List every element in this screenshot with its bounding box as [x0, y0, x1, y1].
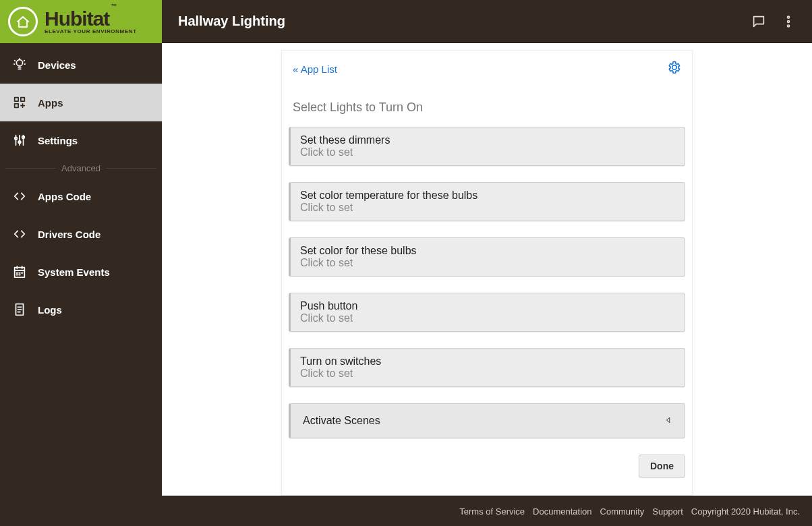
sidebar-item-devices[interactable]: Devices — [0, 46, 162, 84]
logo-badge-icon — [8, 7, 38, 36]
accordion-label: Activate Scenes — [303, 415, 664, 427]
svg-point-0 — [788, 16, 790, 18]
option-label: Set color temperature for these bulbs — [300, 189, 675, 202]
option-set-dimmers[interactable]: Set these dimmers Click to set — [289, 127, 685, 166]
chevron-left-icon — [664, 415, 672, 427]
sidebar-item-label: Apps — [38, 97, 63, 109]
sidebar-item-label: Devices — [38, 59, 76, 71]
calendar-icon — [9, 264, 30, 279]
sidebar-item-logs[interactable]: Logs — [0, 291, 162, 328]
footer-link-docs[interactable]: Documentation — [533, 506, 591, 517]
brand-tm: ™ — [111, 3, 116, 9]
document-icon — [9, 302, 30, 317]
bulb-icon — [9, 57, 30, 72]
section-title: Select Lights to Turn On — [282, 82, 692, 127]
sliders-icon — [9, 133, 30, 148]
footer: Terms of Service Documentation Community… — [162, 496, 812, 526]
sidebar-item-label: Settings — [38, 135, 78, 146]
config-panel: « App List Select Lights to Turn On Set … — [281, 50, 693, 496]
more-icon[interactable] — [781, 14, 796, 29]
brand-tagline: ELEVATE YOUR ENVIRONMENT — [45, 29, 137, 34]
sidebar-item-label: Drivers Code — [38, 229, 100, 240]
option-hint: Click to set — [300, 146, 675, 158]
option-set-color[interactable]: Set color for these bulbs Click to set — [289, 237, 685, 276]
footer-link-community[interactable]: Community — [600, 506, 645, 517]
sidebar-item-label: Apps Code — [38, 191, 91, 202]
gear-icon[interactable] — [666, 60, 681, 78]
sidebar-item-apps[interactable]: Apps — [0, 84, 162, 121]
option-set-color-temp[interactable]: Set color temperature for these bulbs Cl… — [289, 182, 685, 221]
svg-rect-6 — [15, 104, 19, 108]
svg-rect-4 — [15, 98, 19, 102]
svg-point-3 — [16, 60, 22, 66]
chat-icon[interactable] — [751, 14, 766, 29]
sidebar: Devices Apps Settings Advanced Apps Code — [0, 43, 162, 526]
code-icon — [9, 227, 30, 241]
svg-rect-10 — [15, 268, 25, 278]
brand-name: Hubitat — [45, 7, 109, 30]
option-label: Push button — [300, 300, 675, 312]
footer-link-tos[interactable]: Terms of Service — [459, 506, 525, 517]
page-title: Hallway Lighting — [178, 13, 751, 29]
top-bar: Hallway Lighting — [162, 0, 812, 43]
svg-point-2 — [788, 24, 790, 26]
sidebar-item-label: Logs — [38, 304, 62, 316]
accordion-activate-scenes[interactable]: Activate Scenes — [289, 403, 685, 438]
svg-rect-5 — [21, 98, 25, 102]
footer-copyright: Copyright 2020 Hubitat, Inc. — [691, 506, 800, 517]
option-turn-on-switches[interactable]: Turn on switches Click to set — [289, 348, 685, 387]
sidebar-advanced-label: Advanced — [61, 163, 100, 173]
sidebar-item-settings[interactable]: Settings — [0, 121, 162, 159]
sidebar-item-apps-code[interactable]: Apps Code — [0, 177, 162, 215]
svg-point-1 — [788, 20, 790, 22]
back-link[interactable]: « App List — [293, 63, 666, 75]
option-hint: Click to set — [300, 368, 675, 380]
option-label: Set these dimmers — [300, 134, 675, 146]
option-label: Set color for these bulbs — [300, 245, 675, 257]
sidebar-item-system-events[interactable]: System Events — [0, 253, 162, 291]
brand-logo: Hubitat™ ELEVATE YOUR ENVIRONMENT — [0, 0, 162, 43]
option-hint: Click to set — [300, 312, 675, 324]
footer-link-support[interactable]: Support — [652, 506, 683, 517]
option-hint: Click to set — [300, 257, 675, 269]
option-hint: Click to set — [300, 202, 675, 214]
sidebar-item-label: System Events — [38, 266, 110, 278]
apps-icon — [9, 95, 30, 110]
done-button[interactable]: Done — [639, 455, 685, 477]
sidebar-item-drivers-code[interactable]: Drivers Code — [0, 215, 162, 253]
code-icon — [9, 189, 30, 204]
main-area: « App List Select Lights to Turn On Set … — [162, 43, 812, 496]
option-label: Turn on switches — [300, 355, 675, 368]
option-push-button[interactable]: Push button Click to set — [289, 293, 685, 332]
